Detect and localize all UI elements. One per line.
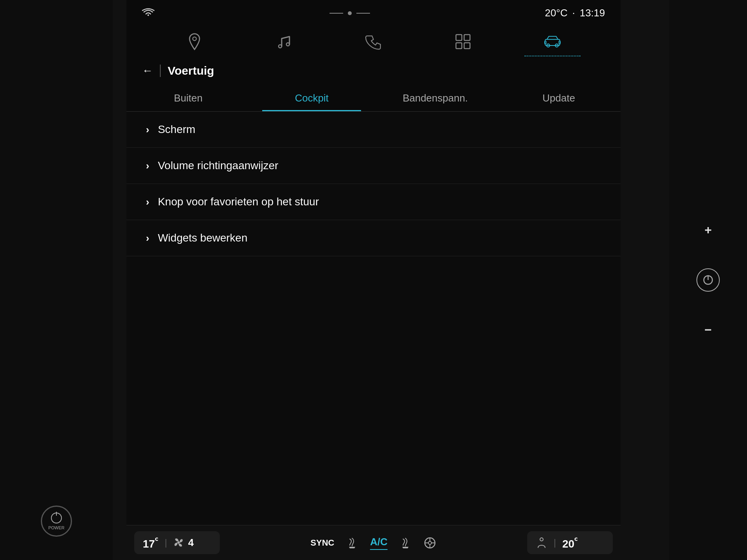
power-icon bbox=[51, 513, 62, 523]
nav-location[interactable] bbox=[167, 29, 223, 56]
fan-icon bbox=[173, 537, 184, 548]
tab-buiten[interactable]: Buiten bbox=[126, 85, 250, 111]
power-label: POWER bbox=[48, 525, 65, 530]
svg-point-14 bbox=[428, 541, 431, 544]
svg-point-1 bbox=[279, 45, 282, 48]
main-screen: 20°C · 13:19 bbox=[126, 0, 621, 560]
svg-rect-3 bbox=[456, 35, 462, 40]
climate-left-zone: 17ᶜ | 4 bbox=[134, 531, 220, 554]
power-button[interactable]: POWER bbox=[41, 506, 72, 537]
status-right: 20°C · 13:19 bbox=[545, 7, 605, 19]
chevron-icon: › bbox=[146, 124, 149, 136]
tab-update[interactable]: Update bbox=[497, 85, 621, 111]
left-temp-unit: ᶜ bbox=[155, 536, 158, 546]
status-separator: · bbox=[572, 7, 575, 19]
minus-button[interactable]: − bbox=[705, 323, 712, 337]
climate-right-zone: | 20ᶜ bbox=[527, 531, 613, 554]
back-button[interactable]: ← bbox=[142, 65, 153, 77]
fan-level: 4 bbox=[188, 537, 193, 549]
car-icon bbox=[544, 33, 561, 50]
pipe-2: | bbox=[554, 537, 556, 548]
svg-rect-4 bbox=[464, 35, 470, 40]
svg-point-2 bbox=[286, 43, 289, 46]
left-panel: POWER bbox=[0, 0, 113, 560]
seat-heat-right-icon bbox=[399, 537, 412, 549]
pipe-1: | bbox=[165, 537, 167, 548]
chevron-icon: › bbox=[146, 232, 149, 244]
sub-tabs: Buiten Cockpit Bandenspann. Update bbox=[126, 85, 621, 112]
center-indicator bbox=[330, 11, 370, 15]
wifi-icon bbox=[142, 8, 154, 18]
svg-point-19 bbox=[540, 538, 543, 541]
climate-bar: 17ᶜ | 4 SYNC bbox=[126, 525, 621, 560]
chevron-icon: › bbox=[146, 196, 149, 208]
menu-list: › Scherm › Volume richtingaanwijzer › Kn… bbox=[126, 112, 621, 525]
nav-car[interactable] bbox=[524, 29, 580, 56]
outer-frame: POWER 20°C · 13:19 bbox=[0, 0, 747, 560]
phone-icon bbox=[365, 33, 382, 50]
right-temp-unit: ᶜ bbox=[574, 536, 578, 546]
svg-point-0 bbox=[193, 37, 196, 40]
grid-icon bbox=[454, 33, 472, 50]
menu-label-knop: Knop voor favorieten op het stuur bbox=[158, 196, 319, 208]
location-icon bbox=[186, 33, 203, 50]
music-icon bbox=[275, 33, 293, 50]
steering-icon bbox=[423, 536, 437, 550]
menu-item-scherm[interactable]: › Scherm bbox=[126, 112, 621, 148]
svg-point-12 bbox=[177, 541, 180, 544]
right-temp: 20ᶜ bbox=[562, 535, 578, 550]
temperature-display: 20°C bbox=[545, 7, 568, 19]
tab-cockpit[interactable]: Cockpit bbox=[250, 85, 374, 111]
menu-label-volume: Volume richtingaanwijzer bbox=[158, 159, 279, 172]
nav-music[interactable] bbox=[256, 29, 312, 56]
header-divider bbox=[160, 65, 161, 77]
plus-button[interactable]: + bbox=[705, 223, 712, 237]
power-icon-right bbox=[702, 274, 714, 286]
status-bar: 20°C · 13:19 bbox=[126, 0, 621, 23]
nav-grid[interactable] bbox=[435, 29, 491, 56]
ac-label: A/C bbox=[370, 536, 388, 548]
power-circle-button[interactable] bbox=[696, 268, 720, 292]
menu-item-widgets[interactable]: › Widgets bewerken bbox=[126, 220, 621, 256]
right-panel: + − bbox=[669, 0, 747, 560]
ac-underline bbox=[370, 549, 388, 550]
steering-heat-button[interactable] bbox=[423, 536, 437, 550]
section-title: Voertuig bbox=[168, 64, 214, 77]
menu-item-knop[interactable]: › Knop voor favorieten op het stuur bbox=[126, 184, 621, 220]
seat-heat-left-button[interactable] bbox=[346, 537, 358, 549]
passenger-icon bbox=[536, 537, 547, 548]
seat-heat-right-button[interactable] bbox=[399, 537, 412, 549]
svg-rect-6 bbox=[464, 43, 470, 49]
ac-button[interactable]: A/C bbox=[370, 536, 388, 550]
chevron-icon: › bbox=[146, 160, 149, 172]
menu-label-scherm: Scherm bbox=[158, 123, 195, 136]
section-header: ← Voertuig bbox=[126, 56, 621, 85]
time-display: 13:19 bbox=[580, 7, 605, 19]
left-temp: 17ᶜ bbox=[143, 535, 158, 550]
sync-button[interactable]: SYNC bbox=[310, 538, 334, 548]
seat-heat-left-icon bbox=[346, 537, 358, 549]
nav-phone[interactable] bbox=[345, 29, 402, 56]
menu-label-widgets: Widgets bewerken bbox=[158, 232, 247, 244]
svg-rect-5 bbox=[456, 43, 462, 49]
tab-bandenspann[interactable]: Bandenspann. bbox=[374, 85, 497, 111]
nav-icons-row bbox=[126, 23, 621, 56]
menu-item-volume[interactable]: › Volume richtingaanwijzer bbox=[126, 148, 621, 184]
climate-center: SYNC A/C bbox=[224, 536, 523, 550]
